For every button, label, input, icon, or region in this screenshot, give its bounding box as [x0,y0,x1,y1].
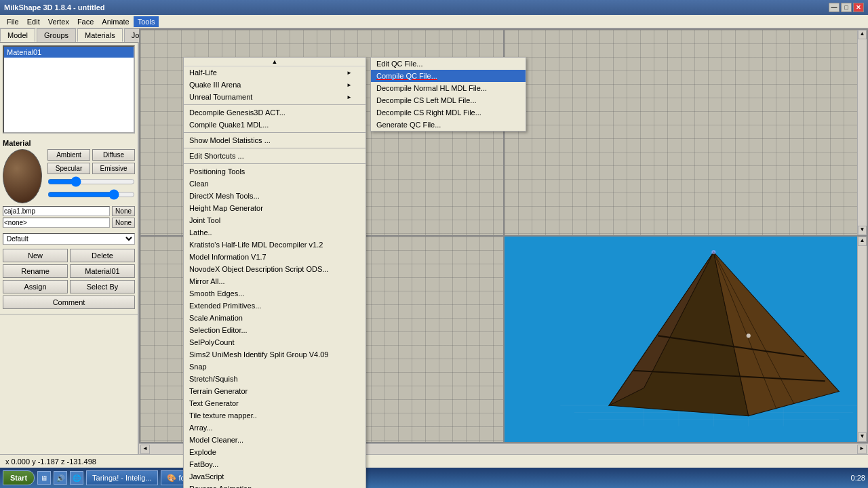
hscroll-left-btn[interactable]: ◄ [140,445,150,454]
menu-smooth-edges[interactable]: Smooth Edges... [184,287,366,300]
menu-novode[interactable]: NovodeX Object Description Script ODS... [184,263,366,275]
material-label: Material [3,139,135,147]
menu-edit-shortcuts[interactable]: Edit Shortcuts ... [184,150,366,162]
menu-model-info[interactable]: Model Information V1.7 [184,251,366,263]
tab-groups[interactable]: Groups [37,28,76,42]
tab-model[interactable]: Model [0,28,35,42]
assign-button[interactable]: Assign [3,280,68,293]
rename-button[interactable]: Rename [3,264,68,278]
maximize-button[interactable]: □ [841,3,852,12]
texture1-none-btn[interactable]: None [112,206,135,216]
menu-explode[interactable]: Explode [184,446,366,458]
vscrollbar-tr[interactable]: ▲ ▼ [857,30,867,235]
menu-tile-tex[interactable]: Tile texture mapper.. [184,409,366,422]
menu-terrain[interactable]: Terrain Generator [184,385,366,397]
viewport-top-right[interactable]: ▲ ▼ [504,29,868,236]
menu-face[interactable]: Face [73,16,98,27]
menu-tools[interactable]: Tools [134,16,159,27]
menu-mirror-all[interactable]: Mirror All... [184,275,366,287]
status-coords: x 0.000 y -1.187 z -131.498 [5,458,96,466]
hscroll-right-btn[interactable]: ► [857,445,867,454]
minimize-button[interactable]: — [829,3,840,12]
menu-text-gen[interactable]: Text Generator [184,397,366,409]
submenu-generate-qc[interactable]: Generate QC File... [371,119,526,131]
menu-clean[interactable]: Clean [184,178,366,190]
assign-select-row: Assign Select By [3,280,135,293]
menu-joint-tool[interactable]: Joint Tool [184,214,366,226]
menu-vertex[interactable]: Vertex [44,16,73,27]
menu-array[interactable]: Array... [184,422,366,434]
submenu-decompile-normal[interactable]: Decompile Normal HL MDL File... [371,82,526,94]
vscroll-3d-up[interactable]: ▲ [858,237,867,246]
menu-stretch[interactable]: Stretch/Squish [184,373,366,385]
vscroll-up-btn[interactable]: ▲ [858,30,867,39]
menu-show-stats[interactable]: Show Model Statistics ... [184,134,366,146]
ambient-button[interactable]: Ambient [47,149,90,161]
menu-extended-prims[interactable]: Extended Primitives... [184,300,366,312]
select-by-button[interactable]: Select By [70,280,135,293]
taskbar-icon-1[interactable]: 🖥 [37,471,51,485]
texture1-dropdown[interactable]: caja1.bmp [3,206,110,216]
material-name-button[interactable]: Material01 [70,264,135,278]
menu-decompile-genesis[interactable]: Decompile Genesis3D ACT... [184,106,366,119]
menu-selpoly[interactable]: SelPolyCount [184,336,366,348]
left-panel-bottom [0,314,138,454]
taskbar-icon-2[interactable]: 🔊 [54,471,67,485]
start-label: Start [10,474,27,482]
menu-half-life[interactable]: Half-Life ► [184,66,366,79]
new-button[interactable]: New [3,249,68,262]
close-button[interactable]: ✕ [853,3,864,12]
vscroll-3d-down[interactable]: ▼ [858,432,867,442]
menu-selection-editor[interactable]: Selection Editor... [184,324,366,336]
menu-edit[interactable]: Edit [23,16,44,27]
menu-height-map[interactable]: Height Map Generator [184,202,366,214]
menu-unreal[interactable]: Unreal Tournament ► [184,91,366,103]
start-button[interactable]: Start [3,470,35,485]
menu-javascript[interactable]: JavaScript [184,470,366,483]
menu-quake3[interactable]: Quake III Arena ► [184,79,366,91]
separator-3 [184,148,366,148]
menu-compile-quake1[interactable]: Compile Quake1 MDL... [184,119,366,131]
texture2-dropdown[interactable]: <none> [3,218,110,228]
menu-lathe[interactable]: Lathe.. [184,226,366,239]
menu-animate[interactable]: Animate [98,16,133,27]
menu-directx-mesh[interactable]: DirectX Mesh Tools... [184,190,366,202]
delete-button[interactable]: Delete [70,249,135,262]
menu-sims2[interactable]: Sims2 UniMesh Identify Split Group V4.09 [184,348,366,361]
model-3d-svg [505,237,867,442]
material-list-item[interactable]: Material01 [4,47,134,58]
taskbar-icon-3[interactable]: 🌐 [70,471,83,485]
menu-positioning-tools[interactable]: Positioning Tools [184,165,366,178]
menu-scroll-up[interactable]: ▲ [184,58,366,66]
tab-materials[interactable]: Materials [77,28,123,42]
menu-kratisto[interactable]: Kratisto's Half-Life MDL Decompiler v1.2 [184,239,366,251]
taskbar-app2-icon: 🎨 [167,474,176,483]
specular-button[interactable]: Specular [47,163,90,174]
comment-button[interactable]: Comment [3,296,135,309]
separator-1 [184,104,366,105]
submenu-decompile-cs-left[interactable]: Decompile CS Left MDL File... [371,94,526,106]
texture2-none-btn[interactable]: None [112,218,135,228]
menu-reverse-anim[interactable]: Reverse Animation [184,483,366,488]
diffuse-button[interactable]: Diffuse [92,149,135,161]
menu-scale-anim[interactable]: Scale Animation [184,312,366,324]
taskbar-app1[interactable]: Taringa! - Intelig... [86,470,157,485]
emissive-button[interactable]: Emissive [92,163,135,174]
menu-model-cleaner[interactable]: Model Cleaner... [184,434,366,446]
submenu-edit-qc[interactable]: Edit QC File... [371,58,526,70]
submenu-arrow-ut: ► [347,94,352,100]
menu-file[interactable]: File [3,16,23,27]
menu-fatboy[interactable]: FatBoy... [184,458,366,470]
submenu-decompile-cs-right[interactable]: Decompile CS Right MDL File... [371,106,526,119]
vscroll-down-btn[interactable]: ▼ [858,226,867,235]
viewport-3d-bg: ▲ ▼ [505,237,867,442]
transparency-slider[interactable] [47,190,135,199]
vscrollbar-3d[interactable]: ▲ ▼ [857,237,867,442]
submenu-compile-qc[interactable]: Compile QC File... [371,70,526,82]
viewport-3d[interactable]: ▲ ▼ [504,236,868,443]
svg-point-15 [711,250,715,254]
menu-snap[interactable]: Snap [184,361,366,373]
shininess-slider[interactable] [47,178,135,186]
material-list[interactable]: Material01 [3,45,135,134]
default-select[interactable]: Default [3,233,135,245]
